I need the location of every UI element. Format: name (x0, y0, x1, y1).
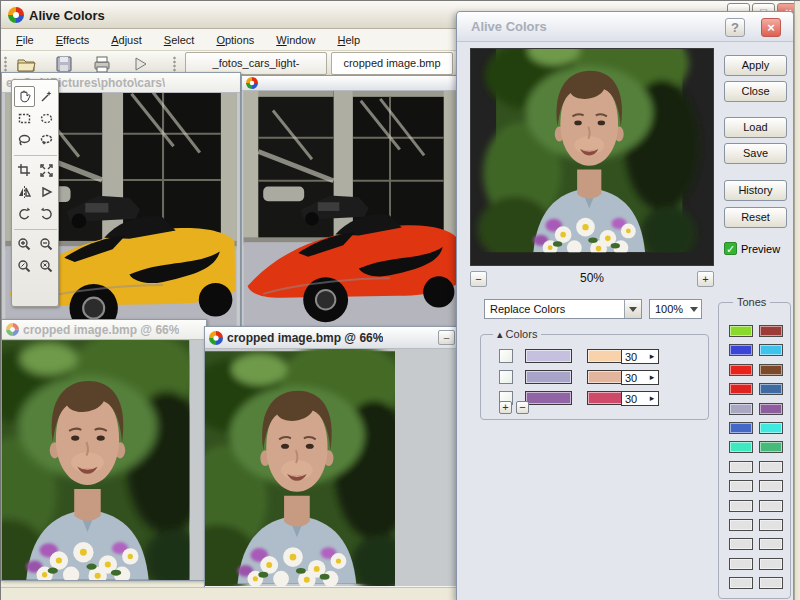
tone-swatch-empty[interactable] (759, 519, 783, 531)
add-color-button[interactable]: + (499, 401, 512, 414)
menu-select[interactable]: Select (155, 32, 204, 48)
save-icon[interactable] (53, 54, 75, 74)
window-cars-right[interactable] (241, 75, 461, 331)
collapse-icon[interactable]: ▴ (497, 328, 503, 340)
tool-crop-icon[interactable] (14, 160, 35, 181)
load-button[interactable]: Load (724, 117, 787, 138)
zoom-out-button[interactable]: − (470, 271, 487, 287)
tone-swatch-empty[interactable] (729, 500, 753, 512)
tone-swatch[interactable] (759, 403, 783, 415)
tone-swatch[interactable] (759, 364, 783, 376)
spinner-arrow-icon[interactable]: ▸ (647, 392, 657, 405)
tool-magic-wand-icon[interactable] (36, 86, 57, 107)
tab-cropped-image[interactable]: cropped image.bmp (331, 52, 453, 75)
tool-rotate-cw-icon[interactable] (36, 204, 57, 225)
source-color-swatch[interactable] (525, 370, 572, 384)
tone-swatch-empty[interactable] (729, 538, 753, 550)
tone-swatch[interactable] (729, 344, 753, 356)
spinner-arrow-icon[interactable]: ▸ (647, 371, 657, 384)
color-row-checkbox[interactable] (499, 370, 513, 384)
source-color-swatch[interactable] (525, 391, 572, 405)
portrait-front-canvas[interactable] (205, 349, 459, 586)
source-color-swatch[interactable] (525, 349, 572, 363)
tolerance-spinner[interactable]: 30▸ (621, 349, 659, 364)
tone-swatch-empty[interactable] (759, 461, 783, 473)
tool-flip-horizontal-icon[interactable] (14, 182, 35, 203)
mode-select-dropdown-icon[interactable] (624, 300, 641, 318)
tolerance-spinner[interactable]: 30▸ (621, 370, 659, 385)
print-icon[interactable] (91, 54, 113, 74)
tone-swatch-empty[interactable] (759, 500, 783, 512)
cars-right-canvas[interactable] (242, 91, 460, 330)
tool-rect-select-icon[interactable] (14, 108, 35, 129)
toolbar-grip-2[interactable] (173, 56, 176, 72)
zoom-in-button[interactable]: + (697, 271, 714, 287)
close-action-button[interactable]: Close (724, 81, 787, 102)
tone-swatch-empty[interactable] (759, 480, 783, 492)
tone-swatch[interactable] (759, 344, 783, 356)
reset-button[interactable]: Reset (724, 207, 787, 228)
tone-swatch[interactable] (729, 403, 753, 415)
history-button[interactable]: History (724, 180, 787, 201)
tone-swatch[interactable] (729, 383, 753, 395)
strength-select[interactable]: 100% (649, 299, 702, 319)
tool-magnetic-lasso-icon[interactable] (36, 130, 57, 151)
tone-swatch-empty[interactable] (729, 461, 753, 473)
tone-swatch[interactable] (759, 325, 783, 337)
preview-checkbox-label: Preview (741, 243, 780, 255)
window-portrait-front-minimize-icon[interactable]: – (438, 330, 455, 345)
apply-button[interactable]: Apply (724, 55, 787, 76)
tones-group-label: Tones (733, 296, 770, 308)
tone-swatch-empty[interactable] (729, 577, 753, 589)
open-icon[interactable] (15, 54, 37, 74)
tone-swatch[interactable] (729, 364, 753, 376)
tool-flip-vertical-icon[interactable] (36, 182, 57, 203)
tone-swatch[interactable] (759, 422, 783, 434)
tool-hand-icon[interactable] (14, 86, 35, 107)
tool-ellipse-select-icon[interactable] (36, 108, 57, 129)
window-cars-right-titlebar[interactable] (242, 76, 460, 91)
tone-swatch-empty[interactable] (729, 519, 753, 531)
tone-swatch-empty[interactable] (759, 538, 783, 550)
color-row-checkbox[interactable] (499, 349, 513, 363)
window-portrait-back[interactable]: cropped image.bmp @ 66% (1, 319, 207, 581)
dialog-titlebar[interactable]: Alive Colors ? × (457, 12, 793, 42)
menu-window[interactable]: Window (267, 32, 324, 48)
menu-effects[interactable]: Effects (47, 32, 98, 48)
spinner-arrow-icon[interactable]: ▸ (647, 350, 657, 363)
portrait-back-canvas[interactable] (2, 340, 206, 580)
menu-file[interactable]: File (7, 32, 43, 48)
tolerance-spinner[interactable]: 30▸ (621, 391, 659, 406)
dialog-help-button[interactable]: ? (725, 18, 745, 37)
window-portrait-front-titlebar[interactable]: cropped image.bmp @ 66% – (205, 327, 459, 349)
preview-checkbox[interactable]: ✓ (724, 242, 737, 255)
remove-color-button[interactable]: − (516, 401, 529, 414)
preview-checkbox-row[interactable]: ✓ Preview (724, 242, 780, 255)
tone-swatch[interactable] (759, 441, 783, 453)
tone-swatch-empty[interactable] (729, 558, 753, 570)
tone-swatch[interactable] (729, 441, 753, 453)
tool-zoom-fit-icon[interactable] (36, 256, 57, 277)
mode-select[interactable]: Replace Colors (484, 299, 642, 319)
menu-adjust[interactable]: Adjust (102, 32, 151, 48)
tool-zoom-in-icon[interactable] (14, 234, 35, 255)
tool-zoom-out-icon[interactable] (36, 234, 57, 255)
tone-swatch-empty[interactable] (759, 577, 783, 589)
toolbar-grip[interactable] (4, 56, 7, 72)
dialog-close-button[interactable]: × (761, 18, 781, 37)
menu-options[interactable]: Options (207, 32, 263, 48)
tool-zoom-actual-icon[interactable] (14, 256, 35, 277)
window-portrait-front[interactable]: cropped image.bmp @ 66% – (204, 326, 460, 588)
save-button[interactable]: Save (724, 143, 787, 164)
tone-swatch[interactable] (729, 422, 753, 434)
tone-swatch[interactable] (729, 325, 753, 337)
run-icon[interactable] (129, 54, 151, 74)
tool-resize-icon[interactable] (36, 160, 57, 181)
tool-rotate-ccw-icon[interactable] (14, 204, 35, 225)
window-portrait-back-titlebar[interactable]: cropped image.bmp @ 66% (2, 320, 206, 340)
tone-swatch[interactable] (759, 383, 783, 395)
menu-help[interactable]: Help (328, 32, 369, 48)
tone-swatch-empty[interactable] (759, 558, 783, 570)
tool-lasso-icon[interactable] (14, 130, 35, 151)
tone-swatch-empty[interactable] (729, 480, 753, 492)
